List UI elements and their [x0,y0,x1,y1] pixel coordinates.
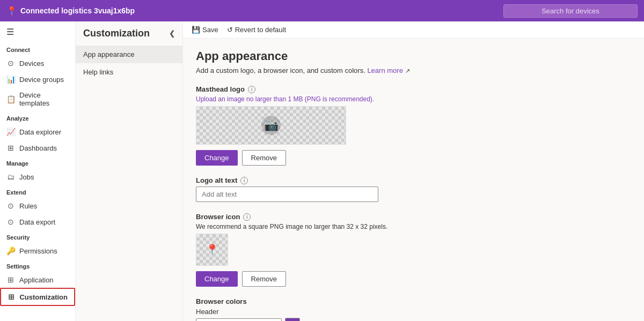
dashboards-icon: ⊞ [6,144,15,152]
masthead-remove-button[interactable]: Remove [242,150,286,166]
mid-panel-label-app-appearance: App appearance [83,50,134,58]
app-logo: 📍 Connected logistics 3vuaj1x6bp [6,6,135,16]
mid-panel-collapse[interactable]: ❮ [169,29,175,38]
mid-panel-item-app-appearance[interactable]: App appearance [76,46,182,63]
device-groups-icon: 📊 [6,75,15,84]
masthead-change-button[interactable]: Change [196,150,238,166]
browser-icon-info-icon: i [243,213,251,221]
main-content: App appearance Add a custom logo, a brow… [183,39,644,321]
sidebar-label-customization: Customization [19,293,68,301]
header-color-input[interactable]: #743DA8 [196,318,282,322]
sidebar-item-rules[interactable]: ⊙ Rules [0,198,75,214]
mid-panel-header: Customization ❮ [76,21,182,46]
page-title: App appearance [196,49,589,63]
application-icon: ⊞ [6,275,15,284]
sidebar-label-device-groups: Device groups [19,76,64,84]
sidebar-item-dashboards[interactable]: ⊞ Dashboards [0,140,75,156]
browser-icon-hint: We recommend a square PNG image no large… [196,223,589,230]
sidebar-item-permissions[interactable]: 🔑 Permissions [0,243,75,259]
save-label: Save [202,26,218,34]
browser-icon-buttons: Change Remove [196,271,589,287]
pin-icon: 📍 [6,6,17,16]
sidebar-label-application: Application [19,276,54,284]
logo-alt-text-info-icon: i [240,177,248,184]
masthead-logo-preview: 📷 [196,106,346,145]
data-export-icon: ⊙ [6,218,15,226]
sidebar-item-device-templates[interactable]: 📋 Device templates [0,87,75,111]
page-subtitle-text: Add a custom logo, a browser icon, and c… [196,66,367,74]
sidebar-section-security: Security [0,230,75,243]
masthead-logo-buttons: Change Remove [196,150,589,166]
browser-icon-preview: 📍 [196,234,228,266]
sidebar-label-dashboards: Dashboards [19,144,57,152]
sidebar-item-device-groups[interactable]: 📊 Device groups [0,71,75,87]
mid-panel-title: Customization [83,28,150,39]
page-subtitle: Add a custom logo, a browser icon, and c… [196,66,589,74]
browser-colors-label: Browser colors [196,297,589,305]
masthead-upload-hint: Upload an image no larger than 1 MB (PNG… [196,95,589,103]
sidebar-item-jobs[interactable]: 🗂 Jobs [0,169,75,185]
logo-alt-text-input[interactable] [196,186,378,202]
browser-icon-label: Browser icon i [196,213,589,221]
toolbar: 💾 Save ↺ Revert to default [183,21,644,39]
customization-icon: ⊞ [8,293,15,301]
devices-icon: ⊙ [6,59,15,68]
hamburger-button[interactable]: ☰ [0,21,75,42]
top-nav: 📍 Connected logistics 3vuaj1x6bp [0,0,644,21]
browser-icon-section: Browser icon i We recommend a square PNG… [196,213,589,287]
mid-panel-label-help-links: Help links [83,68,113,76]
sidebar-item-application[interactable]: ⊞ Application [0,272,75,288]
sidebar-section-manage: Manage [0,156,75,169]
header-color-swatch[interactable] [285,318,300,321]
masthead-logo-section: Masthead logo i Upload an image no large… [196,85,589,166]
revert-icon: ↺ [227,26,233,34]
mid-panel: Customization ❮ App appearance Help link… [76,21,183,321]
sidebar-section-extend: Extend [0,185,75,198]
app-name: Connected logistics 3vuaj1x6bp [20,6,135,15]
sidebar-section-connect: Connect [0,42,75,55]
sidebar-item-data-explorer[interactable]: 📈 Data explorer [0,124,75,140]
browser-icon-pin: 📍 [206,243,219,256]
browser-icon-change-button[interactable]: Change [196,271,238,287]
revert-button[interactable]: ↺ Revert to default [227,26,286,34]
sidebar-label-jobs: Jobs [19,173,34,181]
jobs-icon: 🗂 [6,173,15,181]
sidebar-label-permissions: Permissions [19,247,57,255]
rules-icon: ⊙ [6,201,15,210]
mid-panel-item-help-links[interactable]: Help links [76,63,182,81]
upload-placeholder-icon: 📷 [261,116,281,135]
masthead-logo-info-icon: i [248,86,255,93]
header-color-row: #743DA8 [196,318,589,321]
sidebar-label-data-explorer: Data explorer [19,128,61,136]
data-explorer-icon: 📈 [6,128,15,136]
permissions-icon: 🔑 [6,247,15,255]
sidebar-label-device-templates: Device templates [19,91,69,107]
sidebar-label-devices: Devices [19,59,44,68]
logo-alt-text-label: Logo alt text i [196,176,589,184]
browser-icon-remove-button[interactable]: Remove [242,271,286,287]
browser-colors-section: Browser colors Header #743DA8 [196,297,589,321]
search-input[interactable] [503,4,638,18]
sidebar: ☰ Connect ⊙ Devices 📊 Device groups 📋 De… [0,21,76,321]
sidebar-label-data-export: Data export [19,218,55,226]
device-templates-icon: 📋 [6,95,15,103]
sidebar-item-devices[interactable]: ⊙ Devices [0,55,75,71]
sidebar-section-analyze: Analyze [0,111,75,124]
sidebar-label-rules: Rules [19,202,37,210]
save-icon: 💾 [192,26,200,34]
sidebar-section-settings: Settings [0,259,75,272]
masthead-logo-label: Masthead logo i [196,85,589,93]
save-button[interactable]: 💾 Save [192,26,218,34]
header-color-label: Header [196,308,589,316]
learn-more-link[interactable]: Learn more [367,66,402,74]
external-link-icon: ↗ [405,68,410,74]
logo-alt-text-section: Logo alt text i [196,176,589,202]
sidebar-item-data-export[interactable]: ⊙ Data export [0,214,75,230]
revert-label: Revert to default [235,26,286,34]
sidebar-item-customization[interactable]: ⊞ Customization [0,288,75,306]
